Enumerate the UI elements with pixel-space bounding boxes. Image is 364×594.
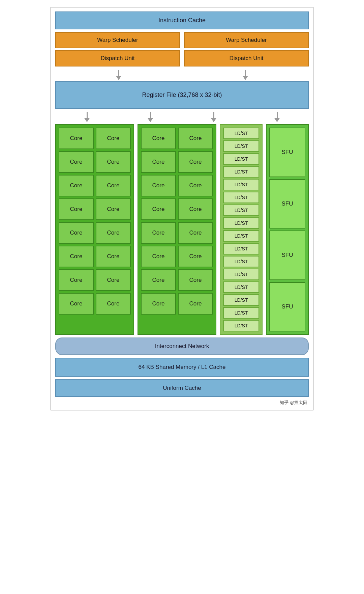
- arrows-dispatch-to-reg: [55, 70, 309, 80]
- core-row-2-3: Core Core: [141, 175, 213, 196]
- core-row-2-7: Core Core: [141, 269, 213, 291]
- core-2-11: Core: [141, 246, 176, 267]
- core-1-15: Core: [59, 293, 94, 315]
- ldst-4: LD/ST: [223, 166, 259, 178]
- ldst-12: LD/ST: [223, 269, 259, 280]
- core-2-2: Core: [178, 128, 213, 149]
- core-1-2: Core: [96, 128, 131, 149]
- core-panel-2: Core Core Core Core Core Core Core Core …: [138, 124, 216, 335]
- core-1-4: Core: [96, 151, 131, 173]
- core-2-5: Core: [141, 175, 176, 196]
- core-row-1-3: Core Core: [59, 175, 131, 196]
- core-2-12: Core: [178, 246, 213, 267]
- core-2-1: Core: [141, 128, 176, 149]
- core-2-4: Core: [178, 151, 213, 173]
- ldst-7: LD/ST: [223, 205, 259, 216]
- core-1-7: Core: [59, 198, 94, 220]
- ldst-3: LD/ST: [223, 153, 259, 165]
- arrow-2: [242, 70, 249, 80]
- watermark: 知乎 @捏太阳: [55, 400, 309, 406]
- core-2-9: Core: [141, 222, 176, 244]
- gpu-sm-diagram: Instruction Cache Warp Scheduler Warp Sc…: [51, 7, 313, 410]
- instruction-cache: Instruction Cache: [55, 11, 309, 29]
- interconnect-network: Interconnect Network: [55, 338, 309, 355]
- core-row-1-8: Core Core: [59, 293, 131, 315]
- ldst-10: LD/ST: [223, 243, 259, 254]
- core-row-1-6: Core Core: [59, 246, 131, 267]
- ldst-16: LD/ST: [223, 320, 259, 331]
- ldst-15: LD/ST: [223, 307, 259, 319]
- core-2-7: Core: [141, 198, 176, 220]
- core-row-1-5: Core Core: [59, 222, 131, 244]
- core-1-12: Core: [96, 246, 131, 267]
- arrow-1: [115, 70, 122, 80]
- core-2-6: Core: [178, 175, 213, 196]
- ldst-2: LD/ST: [223, 140, 259, 152]
- ldst-panel: LD/ST LD/ST LD/ST LD/ST LD/ST LD/ST LD/S…: [220, 124, 263, 335]
- ldst-13: LD/ST: [223, 281, 259, 293]
- register-file: Register File (32,768 x 32-bit): [55, 81, 309, 109]
- core-row-2-4: Core Core: [141, 198, 213, 220]
- dispatch-unit-right: Dispatch Unit: [184, 50, 309, 66]
- ldst-8: LD/ST: [223, 217, 259, 229]
- arrow-5: [210, 112, 217, 122]
- core-row-1-2: Core Core: [59, 151, 131, 173]
- core-1-1: Core: [59, 128, 94, 149]
- shared-memory: 64 KB Shared Memory / L1 Cache: [55, 358, 309, 377]
- core-2-13: Core: [141, 269, 176, 291]
- dispatch-unit-row: Dispatch Unit Dispatch Unit: [55, 50, 309, 66]
- arrow-3: [84, 112, 90, 122]
- core-row-2-6: Core Core: [141, 246, 213, 267]
- uniform-cache: Uniform Cache: [55, 379, 309, 397]
- ldst-14: LD/ST: [223, 294, 259, 306]
- core-1-13: Core: [59, 269, 94, 291]
- ldst-5: LD/ST: [223, 179, 259, 190]
- main-execution-grid: Core Core Core Core Core Core Core Core …: [55, 124, 309, 335]
- core-row-2-5: Core Core: [141, 222, 213, 244]
- core-row-2-2: Core Core: [141, 151, 213, 173]
- core-row-1-4: Core Core: [59, 198, 131, 220]
- warp-scheduler-row: Warp Scheduler Warp Scheduler: [55, 32, 309, 48]
- core-2-10: Core: [178, 222, 213, 244]
- core-2-14: Core: [178, 269, 213, 291]
- sfu-4: SFU: [269, 282, 305, 332]
- ldst-1: LD/ST: [223, 128, 259, 139]
- core-1-14: Core: [96, 269, 131, 291]
- core-2-15: Core: [141, 293, 176, 315]
- arrow-4: [147, 112, 154, 122]
- dispatch-unit-left: Dispatch Unit: [55, 50, 180, 66]
- core-2-3: Core: [141, 151, 176, 173]
- sfu-2: SFU: [269, 179, 305, 229]
- core-1-5: Core: [59, 175, 94, 196]
- arrow-6: [274, 112, 280, 122]
- core-2-8: Core: [178, 198, 213, 220]
- core-row-2-8: Core Core: [141, 293, 213, 315]
- arrows-reg-to-grid: [55, 112, 309, 122]
- ldst-9: LD/ST: [223, 230, 259, 242]
- core-1-3: Core: [59, 151, 94, 173]
- core-2-16: Core: [178, 293, 213, 315]
- core-row-1-7: Core Core: [59, 269, 131, 291]
- sfu-1: SFU: [269, 128, 305, 177]
- core-1-6: Core: [96, 175, 131, 196]
- core-row-2-1: Core Core: [141, 128, 213, 149]
- core-1-10: Core: [96, 222, 131, 244]
- sfu-3: SFU: [269, 231, 305, 280]
- sfu-panel: SFU SFU SFU SFU: [266, 124, 309, 335]
- warp-scheduler-right: Warp Scheduler: [184, 32, 309, 48]
- warp-scheduler-left: Warp Scheduler: [55, 32, 180, 48]
- core-1-8: Core: [96, 198, 131, 220]
- ldst-6: LD/ST: [223, 192, 259, 203]
- core-1-11: Core: [59, 246, 94, 267]
- core-1-9: Core: [59, 222, 94, 244]
- core-panel-1: Core Core Core Core Core Core Core Core …: [55, 124, 134, 335]
- ldst-11: LD/ST: [223, 256, 259, 267]
- core-row-1-1: Core Core: [59, 128, 131, 149]
- core-1-16: Core: [96, 293, 131, 315]
